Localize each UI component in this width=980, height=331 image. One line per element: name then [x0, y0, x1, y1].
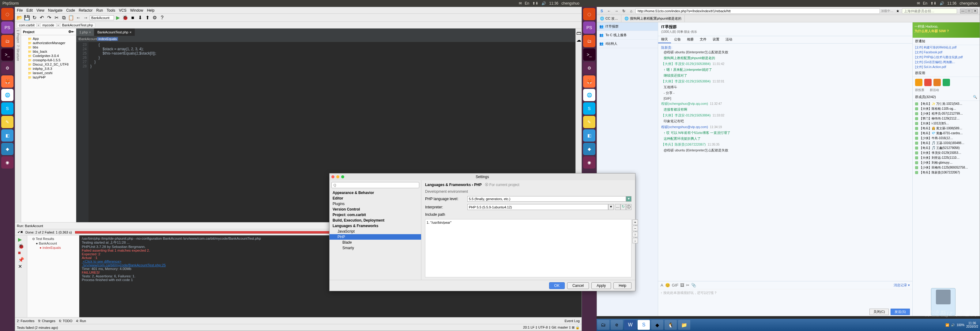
menu-code[interactable]: Code [66, 8, 75, 13]
network-icon[interactable]: ⬆⬇ [931, 1, 937, 5]
task-qq-icon[interactable]: 🐧 [665, 320, 677, 330]
menu-file[interactable]: File [17, 8, 23, 13]
menu-view[interactable]: View [37, 8, 45, 13]
changes-tab[interactable]: 9: Changes [38, 319, 55, 323]
vcs-update-icon[interactable]: ⬇ [137, 14, 143, 21]
close-tab-icon[interactable]: × [89, 30, 91, 34]
up-include-icon[interactable]: ↑ [632, 232, 638, 237]
member-item[interactable]: 【奇兵】👸 黄文丽-1008(589… [913, 126, 980, 131]
launcher-app2-icon[interactable]: ◆ [583, 143, 595, 155]
emoji-icon[interactable]: 😊 [665, 283, 670, 288]
vcs-commit-icon[interactable]: ⬆ [144, 14, 151, 21]
task-word-icon[interactable]: W [624, 320, 636, 330]
member-item[interactable]: 【少侠】刘相-gbmuyy… [913, 160, 980, 165]
chat-tab[interactable]: 聊天 [658, 36, 671, 43]
member-item[interactable]: 【奇兵】陈新贵(1067222067) [913, 170, 980, 175]
launcher-phpstorm-icon[interactable]: PS [583, 21, 595, 34]
member-item[interactable]: 【少侠】牛商-1016(12… [913, 136, 980, 141]
debug-icon[interactable]: 🐞 [122, 14, 129, 21]
settings-category[interactable]: JavaScript [329, 229, 421, 234]
star-icon[interactable]: ★ [894, 8, 901, 14]
settings-category[interactable]: Appearance & Behavior [329, 190, 421, 195]
member-item[interactable]: 【大侠】刘世远-1225(1110… [913, 155, 980, 160]
copy-icon[interactable]: ⧉ [60, 14, 67, 21]
member-item[interactable]: 【少侠】田梅伟-1125(869352758… [913, 165, 980, 170]
task-app-icon[interactable]: ◆ [651, 320, 663, 330]
close-tab-icon[interactable]: × [130, 30, 131, 34]
member-item[interactable]: 【大侠】陈裕根-1105-og… [913, 106, 980, 111]
launcher-app1-icon[interactable]: ◧ [583, 130, 595, 142]
launcher-files-icon[interactable]: 🗂 [583, 35, 595, 47]
group-app-icon[interactable] [915, 79, 923, 86]
settings-category[interactable]: Languages & Frameworks [329, 223, 421, 229]
home-icon[interactable]: ⌂ [628, 8, 634, 14]
stop-icon[interactable]: ■ [129, 14, 136, 21]
group-app-icon[interactable] [934, 79, 941, 86]
status-right[interactable]: 20:1 LF ‡ UTF-8 ‡ Git: master ‡ ⊞ 🔒 [523, 326, 580, 329]
project-node[interactable]: App [22, 37, 75, 41]
settings-category[interactable]: Editor [329, 195, 421, 201]
cut-icon[interactable]: ✂ [53, 14, 60, 21]
launcher-ubuntu-icon[interactable]: ◉ [583, 156, 595, 169]
launcher-settings-icon[interactable]: ⚙ [583, 62, 595, 74]
help-button[interactable]: Help [613, 282, 632, 289]
settings-category[interactable]: Version Control [329, 206, 421, 212]
search-member-icon[interactable]: 🔍 [973, 95, 977, 99]
chat-tab[interactable]: 设置 [710, 36, 722, 43]
tray-sound-icon[interactable]: 🔊 [951, 323, 955, 327]
remote-icon[interactable]: ☁ [576, 37, 581, 42]
launcher-skype-icon[interactable]: S [583, 102, 595, 115]
launcher-editor-icon[interactable]: ✎ [1, 116, 13, 128]
test-tree[interactable]: ⊖ Test Results● BankAcount● indexEquals [27, 235, 79, 317]
launcher-chrome-icon[interactable]: 🌐 [1, 89, 13, 101]
message-input[interactable]: ↑ 按此处本游戏很好玩，还可以打怪？ [658, 289, 912, 307]
launcher-app1-icon[interactable]: ◧ [1, 130, 13, 142]
run-icon[interactable]: ▶ [115, 14, 121, 21]
group-app-icon[interactable] [924, 79, 932, 86]
ok-button[interactable]: OK [549, 282, 565, 289]
close-chat-button[interactable]: 关闭(C) [869, 309, 889, 315]
editor-tab[interactable]: BankAcountTest.php× [94, 29, 135, 36]
launcher-editor-icon[interactable]: ✎ [583, 116, 595, 128]
ad-banner[interactable]: 一样搞 Hadoop, 为什么有人年薪 50W ? [913, 22, 980, 38]
favorites-tool-tab[interactable]: 2: Favorites [17, 319, 34, 323]
crumb-item[interactable]: mycode [40, 23, 56, 27]
task-folder-icon[interactable]: 📁 [678, 320, 690, 330]
maximize-icon[interactable]: □ [966, 9, 972, 13]
project-node[interactable]: bbs_back [22, 50, 75, 54]
member-item[interactable]: 【奇兵】🎵 王鑫(521279058) [913, 146, 980, 150]
send-button[interactable]: 发送(S) [891, 309, 910, 315]
chat-tab[interactable]: 活动 [722, 36, 735, 43]
member-item[interactable]: 【少侠】程序员-057(1212799… [913, 111, 980, 116]
pin-icon[interactable]: 📌 [18, 257, 24, 263]
settings-icon[interactable]: ⚙ [151, 14, 158, 21]
interpreter-select[interactable] [467, 204, 608, 210]
paste-icon[interactable]: 📋 [68, 14, 75, 21]
run-config-selector[interactable]: BankAcount [90, 15, 114, 20]
event-log-tab[interactable]: Event Log [565, 319, 580, 323]
screenshot-icon[interactable]: ✂ [686, 283, 689, 288]
conversation-item[interactable]: 👥#比特人 [597, 40, 658, 48]
mail-icon[interactable]: ✉ [917, 1, 920, 5]
down-include-icon[interactable]: ↓ [632, 238, 638, 243]
add-include-icon[interactable]: + [632, 219, 638, 225]
clock[interactable]: 11:36 [549, 1, 558, 5]
structure-tool-tab[interactable]: 7: Structure [16, 44, 20, 62]
chat-tab[interactable]: 文件 [697, 36, 710, 43]
sound-icon[interactable]: 🔊 [541, 1, 546, 5]
include-path-item[interactable]: 1. "/usr/bin/pear" [426, 221, 630, 224]
settings-category[interactable]: Build, Execution, Deployment [329, 217, 421, 223]
group-app-icon[interactable] [943, 79, 950, 86]
settings-category[interactable]: Project: com.carbit [329, 212, 421, 217]
launcher-terminal-icon[interactable]: >_ [583, 48, 595, 61]
group-file[interactable]: [文件] 构建可靠的Web站点.pdf [913, 45, 980, 50]
history-link[interactable]: 消息记录 ▾ [894, 283, 910, 288]
task-explorer-icon[interactable]: 🗂 [597, 320, 609, 330]
lang-indicator[interactable]: En [525, 1, 530, 5]
browser-tab[interactable]: 🌐搜狗网上教程配置phpunit都是老的 [621, 15, 685, 22]
project-node[interactable]: authorizationManager [22, 41, 75, 45]
menu-edit[interactable]: Edit [26, 8, 33, 13]
menu-navigate[interactable]: Navigate [48, 8, 62, 13]
close-light-icon[interactable] [331, 175, 334, 178]
launcher-app2-icon[interactable]: ◆ [1, 143, 13, 155]
